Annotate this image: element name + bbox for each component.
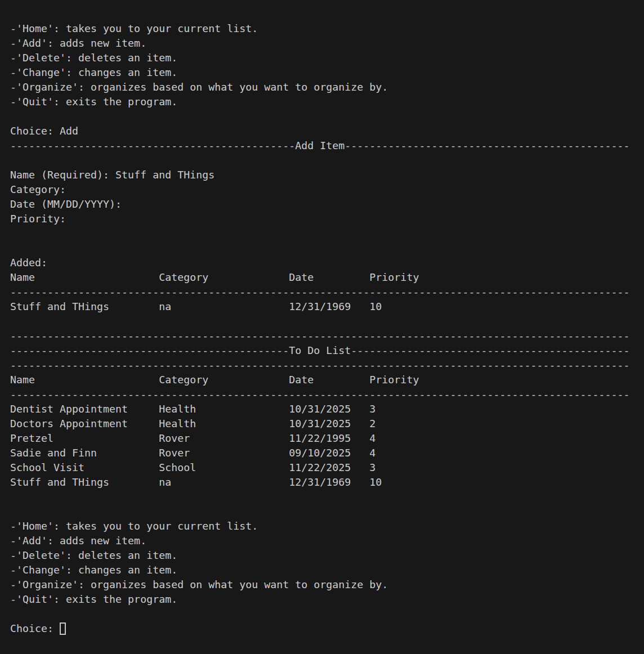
menu-line-quit: -'Quit': exits the program. [10,592,644,607]
table-cell-priority: 4 [369,431,375,446]
table-header-cell: Category [159,270,289,285]
terminal-cursor [60,622,66,635]
table-cell-category: Rover [159,446,289,460]
table-header-cell: Date [289,270,369,285]
todo-table-header: NameCategoryDatePriority [10,373,644,387]
table-header-cell: Name [10,373,159,387]
terminal-window[interactable]: -'Home': takes you to your current list.… [0,0,644,654]
field-line-date: Date (MM/DD/YYYY): [10,197,644,212]
table-cell-priority: 10 [369,475,382,490]
blank-line [10,490,644,504]
table-cell-priority: 3 [369,402,375,416]
choice-input-line[interactable]: Choice: [10,621,644,636]
field-label: Name (Required): [10,169,109,181]
choice-prompt: Choice: [10,622,53,634]
todo-table-row: Stuff and THingsna12/31/196910 [10,475,644,490]
table-cell-date: 11/22/1995 [289,431,369,446]
table-cell-category: School [159,460,289,475]
table-cell-name: Dentist Appointment [10,402,159,416]
choice-typed-value: Add [60,125,78,137]
table-cell-name: School Visit [10,460,159,475]
menu-line-quit: -'Quit': exits the program. [10,95,644,109]
menu-line-organize: -'Organize': organizes based on what you… [10,80,644,95]
menu-line-change: -'Change': changes an item. [10,65,644,80]
table-cell-date: 12/31/1969 [289,299,369,314]
table-cell-category: na [159,475,289,490]
choice-line-answered: Choice:Add [10,124,644,138]
todo-table-row: Sadie and FinnRover09/10/20254 [10,446,644,460]
blank-line [10,504,644,519]
table-cell-priority: 4 [369,446,375,460]
section-separator: ----------------------------------------… [10,285,644,299]
field-line-name: Name (Required):Stuff and THings [10,168,644,182]
blank-line [10,607,644,621]
todo-table-row: School VisitSchool11/22/20253 [10,460,644,475]
blank-line [10,314,644,329]
added-label: Added: [10,256,644,270]
table-cell-priority: 10 [369,299,382,314]
menu-line-delete: -'Delete': deletes an item. [10,51,644,65]
choice-prompt: Choice: [10,125,53,137]
table-cell-name: Stuff and THings [10,299,159,314]
field-value: Stuff and THings [115,169,214,181]
table-cell-priority: 2 [369,416,375,431]
table-cell-date: 10/31/2025 [289,416,369,431]
add-item-title-separator: ----------------------------------------… [10,138,644,153]
table-cell-category: Rover [159,431,289,446]
added-table-header: NameCategoryDatePriority [10,270,644,285]
menu-line-add: -'Add': adds new item. [10,534,644,548]
field-line-category: Category: [10,182,644,197]
table-cell-date: 09/10/2025 [289,446,369,460]
added-table-row: Stuff and THingsna12/31/196910 [10,299,644,314]
todo-table-row: Dentist AppointmentHealth10/31/20253 [10,402,644,416]
todo-table-row: Doctors AppointmentHealth10/31/20252 [10,416,644,431]
menu-line-organize: -'Organize': organizes based on what you… [10,577,644,592]
table-header-cell: Category [159,373,289,387]
table-header-cell: Priority [369,270,419,285]
menu-line-delete: -'Delete': deletes an item. [10,548,644,563]
table-cell-date: 11/22/2025 [289,460,369,475]
section-separator: ----------------------------------------… [10,358,644,373]
field-line-priority: Priority: [10,212,644,226]
table-cell-date: 12/31/1969 [289,475,369,490]
table-cell-category: na [159,299,289,314]
todo-table-row: PretzelRover11/22/19954 [10,431,644,446]
table-cell-name: Sadie and Finn [10,446,159,460]
table-header-cell: Date [289,373,369,387]
section-separator: ----------------------------------------… [10,329,644,343]
menu-line-add: -'Add': adds new item. [10,36,644,51]
blank-line [10,241,644,256]
menu-line-home: -'Home': takes you to your current list. [10,519,644,534]
todo-title-separator: ----------------------------------------… [10,343,644,358]
table-cell-category: Health [159,416,289,431]
menu-line-home: -'Home': takes you to your current list. [10,21,644,36]
table-cell-name: Doctors Appointment [10,416,159,431]
table-cell-date: 10/31/2025 [289,402,369,416]
field-label: Priority: [10,213,66,225]
table-cell-priority: 3 [369,460,375,475]
table-header-cell: Name [10,270,159,285]
table-cell-category: Health [159,402,289,416]
table-cell-name: Stuff and THings [10,475,159,490]
table-cell-name: Pretzel [10,431,159,446]
table-header-cell: Priority [369,373,419,387]
menu-line-change: -'Change': changes an item. [10,563,644,577]
field-label: Category: [10,183,66,195]
blank-line [10,226,644,241]
blank-line [10,153,644,168]
blank-line [10,109,644,124]
section-separator: ----------------------------------------… [10,387,644,402]
field-label: Date (MM/DD/YYYY): [10,198,122,210]
